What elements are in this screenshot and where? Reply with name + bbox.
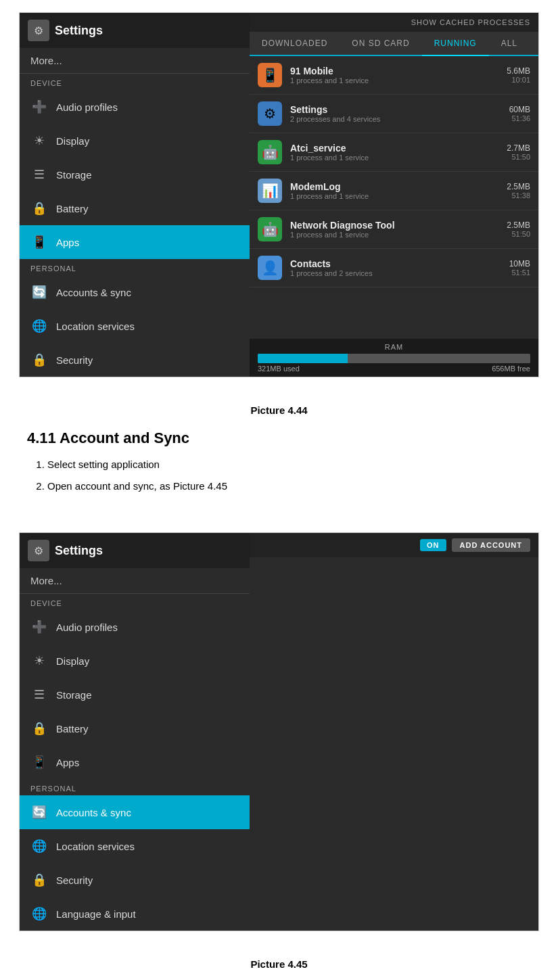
ram-free-bar [348, 354, 530, 363]
app-info-atci: Atci_service 1 process and 1 service [290, 143, 507, 162]
ram-stats: 321MB used 656MB free [258, 365, 530, 373]
ram-free-label: 656MB free [492, 365, 530, 373]
device-section-label-1: DEVICE [20, 74, 250, 90]
toggle-on-label[interactable]: ON [420, 539, 446, 551]
sidebar-2: ⚙ Settings More... DEVICE ➕ Audio profil… [20, 533, 250, 931]
app-meta-contacts: 10MB 51:51 [509, 259, 530, 277]
app-time-modemlog: 51:38 [507, 191, 530, 200]
sidebar-label-apps-1: Apps [56, 237, 79, 248]
step1-text: Select setting application [47, 459, 160, 470]
add-account-button[interactable]: ADD ACCOUNT [452, 538, 530, 552]
tab-all[interactable]: ALL [489, 32, 530, 55]
table-row[interactable]: 🤖 Network Diagnose Tool 1 process and 1 … [250, 210, 538, 249]
sync-icon-2: 🔄 [30, 803, 48, 821]
screenshot-2: ⚙ Settings More... DEVICE ➕ Audio profil… [19, 532, 539, 931]
sidebar-label-security-1: Security [56, 354, 93, 366]
table-row[interactable]: ⚙ Settings 2 processes and 4 services 60… [250, 95, 538, 133]
app-icon-networkdiag: 🤖 [258, 217, 282, 241]
sidebar-label-location-1: Location services [56, 321, 135, 332]
table-row[interactable]: 📊 ModemLog 1 process and 1 service 2.5MB… [250, 172, 538, 210]
app-size-modemlog: 2.5MB [507, 182, 530, 191]
app-icon-atci: 🤖 [258, 140, 282, 164]
app-name-networkdiag: Network Diagnose Tool [290, 220, 507, 231]
sidebar-label-security-2: Security [56, 874, 93, 886]
location-icon-2: 🌐 [30, 837, 48, 855]
caption-2: Picture 4.45 [27, 958, 531, 970]
app-info-91mobile: 91 Mobile 1 process and 1 service [290, 66, 507, 85]
sidebar-more-1[interactable]: More... [20, 48, 250, 74]
storage-icon-2: ☰ [30, 686, 48, 703]
sidebar-label-storage-1: Storage [56, 169, 92, 181]
app-name-settings: Settings [290, 104, 509, 115]
app-sub-networkdiag: 1 process and 1 service [290, 231, 507, 239]
security-icon-2: 🔒 [30, 871, 48, 889]
sidebar-label-battery-2: Battery [56, 723, 89, 734]
tab-downloaded[interactable]: DOWNLOADED [250, 32, 340, 55]
caption-1: Picture 4.44 [27, 404, 531, 416]
sidebar-label-battery-1: Battery [56, 203, 89, 214]
sidebar-item-accounts-sync-1[interactable]: 🔄 Accounts & sync [20, 275, 250, 309]
sidebar-item-security-1[interactable]: 🔒 Security [20, 343, 250, 377]
sidebar-item-location-2[interactable]: 🌐 Location services [20, 829, 250, 863]
sidebar-item-apps-1[interactable]: 📱 Apps [20, 225, 250, 259]
table-row[interactable]: 📱 91 Mobile 1 process and 1 service 5.6M… [250, 56, 538, 95]
sidebar-title-2: Settings [55, 544, 103, 558]
app-icon-contacts: 👤 [258, 256, 282, 280]
sidebar-item-security-2[interactable]: 🔒 Security [20, 863, 250, 897]
app-size-atci: 2.7MB [507, 143, 530, 153]
personal-section-label-1: PERSONAL [20, 259, 250, 275]
app-icon-modemlog: 📊 [258, 179, 282, 203]
sidebar-label-audio-1: Audio profiles [56, 101, 118, 113]
personal-section-label-2: PERSONAL [20, 779, 250, 795]
sidebar-header-2: ⚙ Settings [20, 533, 250, 568]
sidebar-item-battery-2[interactable]: 🔒 Battery [20, 711, 250, 745]
app-icon-settings: ⚙ [258, 101, 282, 126]
top-bar-accounts: ON ADD ACCOUNT [250, 533, 538, 557]
sidebar-item-apps-2[interactable]: 📱 Apps [20, 745, 250, 779]
app-size-contacts: 10MB [509, 259, 530, 269]
sidebar-item-language-2[interactable]: 🌐 Language & input [20, 897, 250, 931]
app-info-contacts: Contacts 1 process and 2 services [290, 258, 509, 277]
sidebar-item-audio-2[interactable]: ➕ Audio profiles [20, 610, 250, 644]
sidebar-label-apps-2: Apps [56, 757, 79, 768]
sidebar-item-location-1[interactable]: 🌐 Location services [20, 309, 250, 343]
doc-body-1: Picture 4.44 4.11 Account and Sync Selec… [0, 390, 558, 520]
screenshot-1: ⚙ Settings More... DEVICE ➕ Audio profil… [19, 12, 539, 377]
main-content-1: SHOW CACHED PROCESSES DOWNLOADED ON SD C… [250, 13, 538, 377]
app-meta-settings: 60MB 51:36 [509, 105, 530, 122]
app-size-networkdiag: 2.5MB [507, 220, 530, 230]
app-name-atci: Atci_service [290, 143, 507, 154]
settings-icon-2: ⚙ [28, 540, 49, 561]
tab-on-sd-card[interactable]: ON SD CARD [340, 32, 421, 55]
section-heading: 4.11 Account and Sync [27, 429, 531, 447]
sidebar-label-accounts-2: Accounts & sync [56, 807, 131, 818]
storage-icon-1: ☰ [30, 166, 48, 183]
app-meta-modemlog: 2.5MB 51:38 [507, 182, 530, 200]
table-row[interactable]: 👤 Contacts 1 process and 2 services 10MB… [250, 249, 538, 287]
app-info-networkdiag: Network Diagnose Tool 1 process and 1 se… [290, 220, 507, 239]
sidebar-item-storage-2[interactable]: ☰ Storage [20, 678, 250, 711]
display-icon-2: ☀ [30, 652, 48, 670]
sidebar-title-1: Settings [55, 24, 103, 38]
sidebar-item-battery-1[interactable]: 🔒 Battery [20, 191, 250, 225]
sidebar-header-1: ⚙ Settings [20, 13, 250, 48]
sidebar-item-audio-profiles-1[interactable]: ➕ Audio profiles [20, 90, 250, 124]
sidebar-item-accounts-sync-2[interactable]: 🔄 Accounts & sync [20, 795, 250, 829]
app-name-91mobile: 91 Mobile [290, 66, 507, 76]
audio-icon-1: ➕ [30, 98, 48, 116]
apps-icon-2: 📱 [30, 753, 48, 771]
sidebar-label-display-1: Display [56, 135, 89, 147]
ram-bar-container: RAM 321MB used 656MB free [250, 339, 538, 377]
sidebar-item-display-2[interactable]: ☀ Display [20, 644, 250, 678]
sidebar-item-display-1[interactable]: ☀ Display [20, 124, 250, 158]
sidebar-more-2[interactable]: More... [20, 568, 250, 594]
show-cached-label: SHOW CACHED PROCESSES [411, 18, 530, 26]
tab-running[interactable]: RUNNING [422, 32, 489, 56]
sidebar-label-display-2: Display [56, 655, 89, 667]
sidebar-label-language-2: Language & input [56, 908, 136, 920]
sidebar-item-storage-1[interactable]: ☰ Storage [20, 158, 250, 191]
top-bar-1: SHOW CACHED PROCESSES [250, 13, 538, 32]
app-icon-91mobile: 📱 [258, 63, 282, 87]
table-row[interactable]: 🤖 Atci_service 1 process and 1 service 2… [250, 133, 538, 172]
app-time-settings: 51:36 [509, 114, 530, 122]
